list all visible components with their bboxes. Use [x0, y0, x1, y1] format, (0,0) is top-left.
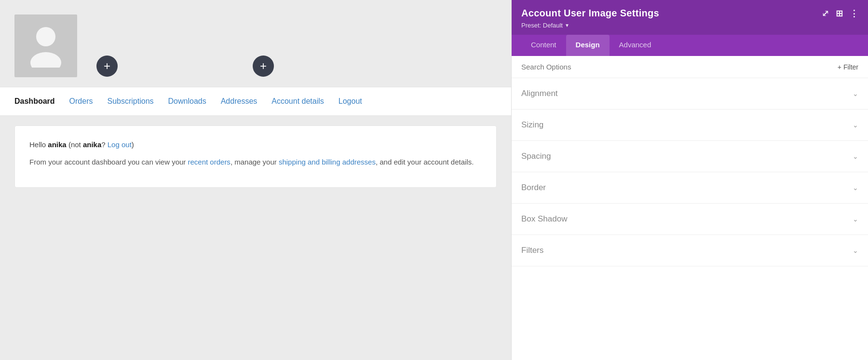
tab-advanced[interactable]: Advanced — [610, 35, 661, 56]
accordion-header-alignment[interactable]: Alignment ⌄ — [521, 78, 858, 109]
hello-username: anika — [48, 140, 66, 149]
preset-text: Preset: Default — [521, 22, 563, 29]
nav-item-dashboard[interactable]: Dashboard — [14, 95, 55, 108]
panel-title-row: Account User Image Settings ⤢ ⊞ ⋮ — [521, 8, 858, 19]
chevron-down-icon-border: ⌄ — [853, 184, 858, 192]
chevron-down-icon-box-shadow: ⌄ — [853, 215, 858, 223]
settings-panel: Account User Image Settings ⤢ ⊞ ⋮ Preset… — [511, 0, 868, 360]
tab-design[interactable]: Design — [566, 35, 610, 56]
tab-content[interactable]: Content — [521, 35, 566, 56]
accordion-header-spacing[interactable]: Spacing ⌄ — [521, 141, 858, 172]
panel-title-text: Account User Image Settings — [521, 8, 659, 19]
accordion-item-sizing: Sizing ⌄ — [512, 110, 868, 141]
plus-icon-2: + — [260, 59, 267, 73]
hello-prefix: Hello — [29, 140, 48, 149]
nav-bar: Dashboard Orders Subscriptions Downloads… — [0, 87, 511, 116]
hello-not: (not — [67, 140, 83, 149]
preset-label[interactable]: Preset: Default ▼ — [521, 22, 858, 29]
add-button-1[interactable]: + — [96, 55, 118, 77]
nav-item-account-details[interactable]: Account details — [271, 95, 324, 108]
desc-prefix: From your account dashboard you can view… — [29, 158, 188, 166]
description-paragraph: From your account dashboard you can view… — [29, 156, 482, 168]
accordion-item-spacing: Spacing ⌄ — [512, 141, 868, 172]
nav-item-addresses[interactable]: Addresses — [221, 95, 258, 108]
accordion-item-filters: Filters ⌄ — [512, 235, 868, 266]
main-content: + + Dashboard Orders Subscriptions Downl… — [0, 0, 511, 360]
filter-label: + Filter — [838, 63, 858, 71]
avatar — [14, 14, 77, 77]
accordion-header-filters[interactable]: Filters ⌄ — [521, 235, 858, 266]
accordion-item-box-shadow: Box Shadow ⌄ — [512, 204, 868, 235]
accordion-label-box-shadow: Box Shadow — [521, 214, 567, 224]
dashboard-content: Hello anika (not anika? Log out) From yo… — [14, 125, 497, 188]
logout-link[interactable]: Log out — [108, 140, 132, 149]
preset-chevron-icon: ▼ — [565, 23, 570, 28]
panel-header: Account User Image Settings ⤢ ⊞ ⋮ Preset… — [512, 0, 868, 35]
nav-item-logout[interactable]: Logout — [339, 95, 362, 108]
accordion-label-border: Border — [521, 183, 546, 193]
svg-point-0 — [36, 27, 55, 46]
person-icon — [29, 24, 63, 68]
accordion-header-sizing[interactable]: Sizing ⌄ — [521, 110, 858, 140]
accordion-item-alignment: Alignment ⌄ — [512, 78, 868, 110]
accordion-label-sizing: Sizing — [521, 120, 543, 130]
accordion-label-filters: Filters — [521, 246, 543, 255]
nav-item-orders[interactable]: Orders — [69, 95, 93, 108]
accordion-header-box-shadow[interactable]: Box Shadow ⌄ — [521, 204, 858, 235]
accordion-list: Alignment ⌄ Sizing ⌄ Spacing ⌄ Border ⌄ — [512, 78, 868, 360]
desc-suffix: , and edit your account details. — [376, 158, 474, 166]
panel-tabs: Content Design Advanced — [512, 35, 868, 56]
accordion-item-border: Border ⌄ — [512, 172, 868, 204]
chevron-down-icon-sizing: ⌄ — [853, 121, 858, 129]
chevron-down-icon-spacing: ⌄ — [853, 152, 858, 160]
panel-title-icons: ⤢ ⊞ ⋮ — [822, 8, 858, 19]
filter-button[interactable]: + Filter — [838, 63, 858, 71]
nav-item-subscriptions[interactable]: Subscriptions — [107, 95, 153, 108]
hello-paragraph: Hello anika (not anika? Log out) — [29, 140, 482, 149]
columns-icon[interactable]: ⊞ — [836, 8, 843, 19]
add-button-2[interactable]: + — [253, 55, 274, 77]
chevron-down-icon-alignment: ⌄ — [853, 90, 858, 97]
hello-username2: anika — [83, 140, 101, 149]
accordion-label-spacing: Spacing — [521, 152, 551, 161]
accordion-header-border[interactable]: Border ⌄ — [521, 172, 858, 203]
desc-middle: , manage your — [231, 158, 279, 166]
more-icon[interactable]: ⋮ — [850, 8, 858, 19]
resize-icon[interactable]: ⤢ — [822, 8, 829, 19]
nav-item-downloads[interactable]: Downloads — [168, 95, 206, 108]
svg-point-1 — [30, 52, 61, 68]
search-row: + Filter — [512, 56, 868, 78]
search-options-input[interactable] — [521, 63, 833, 71]
hello-close: ) — [132, 140, 134, 149]
plus-icon-1: + — [104, 59, 110, 73]
billing-link[interactable]: shipping and billing addresses — [279, 158, 376, 166]
chevron-down-icon-filters: ⌄ — [853, 247, 858, 254]
recent-orders-link[interactable]: recent orders — [188, 158, 231, 166]
accordion-label-alignment: Alignment — [521, 89, 558, 98]
avatar-section: + + — [0, 0, 511, 87]
